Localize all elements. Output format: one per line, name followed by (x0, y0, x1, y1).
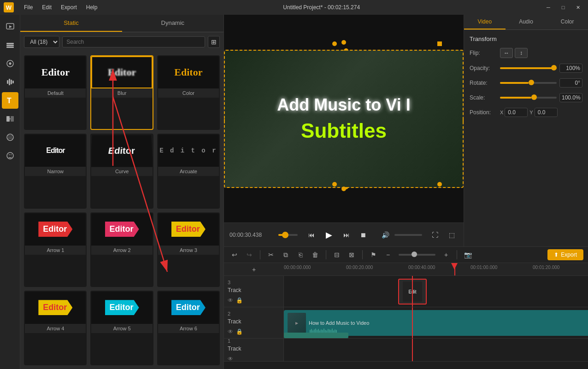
scale-value[interactable]: 100.0% (559, 93, 582, 102)
scale-thumb[interactable] (531, 94, 537, 100)
corner-dot-tm[interactable] (341, 40, 346, 45)
template-color[interactable]: Editor Color (157, 55, 220, 130)
template-blur[interactable]: Editor Blur (90, 55, 153, 130)
track-visibility-3[interactable]: 👁 (228, 297, 233, 304)
template-arrow5[interactable]: Editor Arrow 5 (90, 291, 153, 365)
stop-button[interactable]: ⏹ (357, 228, 370, 241)
tab-color[interactable]: Color (547, 15, 588, 29)
minimize-button[interactable]: ─ (542, 3, 555, 12)
pos-y-input[interactable] (535, 108, 558, 117)
menu-file[interactable]: File (20, 3, 36, 12)
sidebar-item-filters[interactable] (2, 129, 18, 146)
tab-audio[interactable]: Audio (506, 15, 547, 29)
filter-select[interactable]: All (18) Arrow Bubble (24, 36, 59, 48)
waveform-2 (310, 328, 586, 335)
add-track-button[interactable]: + (248, 264, 260, 275)
clip-thumb-2: ▶ (288, 313, 306, 333)
menu-help[interactable]: Help (82, 3, 101, 12)
next-frame-button[interactable]: ⏭ (340, 228, 353, 241)
sidebar-item-layers[interactable] (2, 37, 18, 53)
track-visibility-1[interactable]: 👁 (228, 356, 233, 362)
flip-v-button[interactable]: ↕ (515, 48, 528, 58)
zoom-in-button[interactable]: + (440, 249, 452, 261)
track-lock-3[interactable]: 🔒 (236, 297, 243, 304)
corner-dot-tl[interactable] (437, 41, 442, 46)
prev-frame-button[interactable]: ⏮ (305, 228, 318, 241)
preview-frame: Add Music to Vi I Subtitles (224, 50, 464, 188)
pos-x-input[interactable] (505, 108, 528, 117)
cut-button[interactable]: ✂ (265, 249, 277, 261)
template-arcuate[interactable]: E d i t o r Arcuate (157, 134, 220, 208)
volume-icon[interactable]: 🔊 (379, 228, 392, 241)
corner-dot-bm[interactable] (341, 187, 346, 191)
timeline-ruler[interactable]: + 00:00:00.000 00:00:20.000 00:00:40.000… (224, 263, 588, 276)
sidebar-item-audio[interactable] (2, 74, 18, 90)
clip-title-2: How to Add Music to Video (309, 320, 369, 326)
progress-track[interactable] (278, 234, 298, 236)
search-input[interactable] (62, 36, 205, 47)
playhead-line[interactable] (454, 263, 455, 275)
corner-dot-br[interactable] (332, 182, 337, 187)
grid-toggle-button[interactable]: ⊞ (208, 36, 220, 48)
track-label-3: 3 Track 👁 🔒 (224, 276, 284, 307)
undo-button[interactable]: ↩ (229, 249, 241, 261)
snapshot-button[interactable]: 📷 (462, 249, 474, 261)
template-arrow3[interactable]: Editor Arrow 3 (157, 212, 220, 287)
track-lock-2[interactable]: 🔒 (236, 328, 243, 335)
tab-static[interactable]: Static (20, 15, 122, 32)
delete-button[interactable]: 🗑 (309, 249, 321, 261)
zoom-thumb[interactable] (412, 252, 417, 257)
rotate-value[interactable]: 0° (559, 78, 582, 88)
play-button[interactable]: ▶ (322, 228, 336, 242)
menu-export[interactable]: Export (57, 3, 81, 12)
menu-edit[interactable]: Edit (38, 3, 55, 12)
template-arrow6[interactable]: Editor Arrow 6 (157, 291, 220, 365)
redo-button[interactable]: ↪ (243, 249, 255, 261)
copy-button[interactable]: ⧉ (280, 249, 292, 261)
export-button[interactable]: ⬆ Export (547, 249, 583, 260)
svg-rect-9 (12, 81, 14, 83)
track-num-1: 1 (228, 338, 280, 344)
track-visibility-2[interactable]: 👁 (228, 328, 233, 335)
split-button[interactable]: ⊟ (331, 249, 343, 261)
paste-button[interactable]: ⎗ (294, 249, 306, 261)
sidebar-item-stickers[interactable] (2, 147, 18, 164)
sidebar-item-effects[interactable] (2, 55, 18, 72)
caption-button[interactable]: ⬚ (445, 228, 458, 241)
sidebar-item-text[interactable]: T (2, 92, 18, 109)
fullscreen-button[interactable]: ⛶ (429, 228, 441, 241)
template-arrow1[interactable]: Editor Arrow 1 (24, 212, 87, 287)
template-narrow[interactable]: Editor Narrow (24, 134, 87, 208)
opacity-thumb[interactable] (551, 65, 557, 70)
corner-dot-tr[interactable] (332, 41, 337, 46)
sidebar-item-media[interactable] (2, 18, 18, 35)
track-name-1: Track (228, 346, 280, 352)
marker-button[interactable]: ⚑ (367, 249, 379, 261)
tab-dynamic[interactable]: Dynamic (122, 15, 223, 32)
close-button[interactable]: ✕ (571, 3, 584, 12)
trim-button[interactable]: ⊠ (346, 249, 358, 261)
template-curve[interactable]: Editor Curve (90, 134, 153, 208)
sidebar-item-transitions[interactable] (2, 111, 18, 127)
top-area: Add Music to Vi I Subtitles 00:00:30.438 (224, 15, 588, 246)
playhead-track2 (412, 307, 413, 338)
flip-h-button[interactable]: ↔ (500, 48, 513, 58)
tab-video[interactable]: Video (464, 15, 506, 29)
zoom-slider[interactable] (399, 254, 435, 256)
rotate-slider[interactable] (500, 82, 557, 84)
progress-thumb[interactable] (282, 232, 288, 238)
template-arrow4[interactable]: Editor Arrow 4 (24, 291, 87, 365)
maximize-button[interactable]: □ (557, 3, 570, 12)
rotate-label: Rotate: (470, 80, 497, 86)
scale-slider[interactable] (500, 97, 557, 99)
opacity-slider[interactable] (500, 67, 557, 69)
template-blur-label: Blur (91, 88, 152, 98)
zoom-out-button[interactable]: − (382, 249, 394, 261)
template-arrow2[interactable]: Editor Arrow 2 (90, 212, 153, 287)
volume-track[interactable] (394, 234, 422, 236)
corner-dot-bl[interactable] (437, 182, 442, 187)
opacity-value[interactable]: 100% (559, 64, 582, 73)
template-default[interactable]: Editor Default (24, 55, 87, 130)
export-icon: ⬆ (554, 252, 559, 258)
rotate-thumb[interactable] (529, 80, 534, 85)
